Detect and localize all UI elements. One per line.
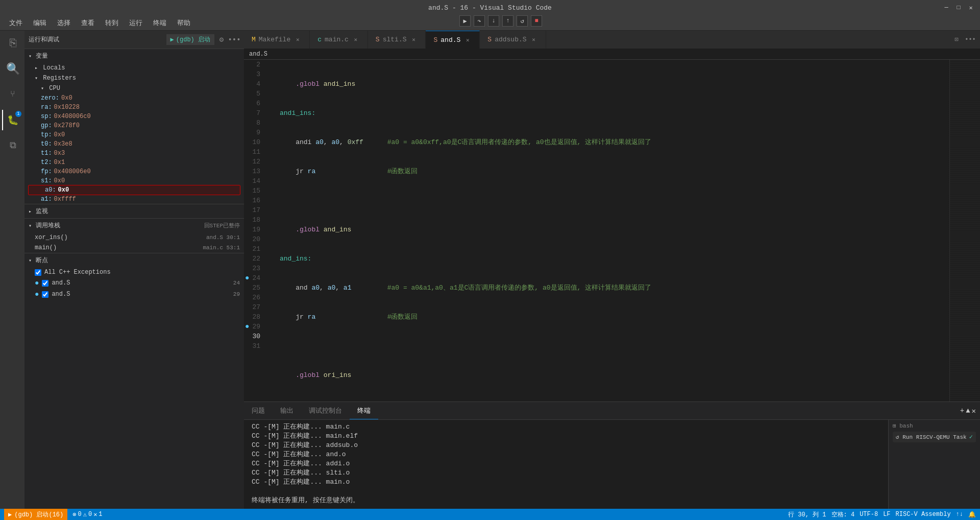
register-s1: s1:0x0: [24, 176, 244, 185]
terminal-right: ⊞ bash ↺ Run RISCV-QEMU Task ✓: [888, 420, 980, 509]
bp-and-s-24-checkbox[interactable]: [42, 280, 48, 287]
panel-tab-problems[interactable]: 问题: [244, 402, 273, 419]
maximize-button[interactable]: □: [954, 4, 963, 12]
panel-tabs: 问题 输出 调试控制台 终端 + ▲ ✕: [244, 402, 980, 420]
tab-makefile[interactable]: M Makefile ✕: [244, 31, 310, 49]
status-errors[interactable]: ⊗ 0 ⚠ 0 ✕ 1: [72, 511, 102, 518]
panel-add-button[interactable]: +: [960, 407, 964, 415]
ln-14: 14: [244, 176, 264, 186]
terminal-area[interactable]: CC -[M] 正在构建... main.c CC -[M] 正在构建... m…: [244, 420, 888, 509]
callstack-section-header[interactable]: ▾ 调用堆栈 回STEP已整停: [24, 218, 244, 232]
more-tabs-button[interactable]: •••: [965, 34, 976, 45]
ln-30: 30: [244, 332, 264, 341]
status-line-col[interactable]: 行 30, 列 1: [788, 510, 826, 519]
close-button[interactable]: ✕: [967, 4, 975, 12]
menu-file[interactable]: 文件: [5, 17, 27, 29]
code-line-11: [270, 341, 949, 351]
code-content: 2 3 4 5 6 7 8 9 10 11 12 13 14 15: [244, 60, 949, 401]
tab-and-s[interactable]: S and.S ✕: [426, 31, 480, 49]
terminal-line-3: CC -[M] 正在构建... addsub.o: [252, 441, 880, 450]
callstack-xor-ins[interactable]: xor_ins() and.S 30:1: [24, 232, 244, 243]
split-editor-button[interactable]: ⊡: [951, 34, 962, 45]
menu-run[interactable]: 运行: [125, 17, 146, 29]
ln-31: 31: [244, 341, 264, 351]
code-line-4: andi a0, a0, 0xff #a0 = a0&0xff,a0是C语言调用…: [270, 137, 949, 147]
sync-icon: ↑↓: [956, 511, 963, 518]
status-sync[interactable]: ↑↓: [956, 511, 963, 518]
status-notification[interactable]: 🔔: [968, 511, 976, 518]
ln-24: ● 24: [244, 273, 264, 283]
activity-extensions[interactable]: ⧉: [2, 135, 22, 156]
ln-10: 10: [244, 137, 264, 147]
status-language[interactable]: RISC-V Assembly: [896, 511, 951, 518]
breadcrumb-text: and.S: [249, 51, 267, 58]
error-count: 0: [78, 511, 81, 518]
ln-26: 26: [244, 293, 264, 302]
status-spaces[interactable]: 空格: 4: [831, 510, 855, 519]
bash-label[interactable]: ⊞ bash: [893, 422, 976, 429]
tab-main-c[interactable]: c main.c ✕: [310, 31, 368, 49]
panel-maximize-button[interactable]: ▲: [966, 407, 970, 415]
status-debug[interactable]: ▶ (gdb) 启动(16): [4, 509, 67, 520]
warning-count: 0: [88, 511, 92, 518]
debug-more-button[interactable]: •••: [229, 34, 240, 45]
tab-addsub-s[interactable]: S addsub.S ✕: [480, 31, 546, 49]
bp-and-s-24: ● and.S 24: [24, 277, 244, 289]
ln-18: 18: [244, 215, 264, 225]
menu-help[interactable]: 帮助: [173, 17, 194, 29]
code-lines[interactable]: .globl andi_ins andi_ins: andi a0, a0, 0…: [270, 60, 949, 401]
status-eol[interactable]: LF: [883, 511, 890, 518]
variables-section-header[interactable]: ▾ 变量: [24, 49, 244, 63]
panel-tab-terminal[interactable]: 终端: [350, 402, 378, 419]
bp-all-cpp: All C++ Exceptions: [24, 267, 244, 277]
activity-source-control[interactable]: ⑂: [2, 84, 22, 105]
register-a1: a1:0xffff: [24, 195, 244, 204]
menu-terminal[interactable]: 终端: [149, 17, 170, 29]
ln-8: 8: [244, 118, 264, 128]
cpu-subsection[interactable]: ▾ CPU: [24, 83, 244, 93]
tab-and-s-close[interactable]: ✕: [463, 36, 472, 44]
menu-goto[interactable]: 转到: [101, 17, 122, 29]
register-gp: gp:0x278f0: [24, 121, 244, 130]
bp-all-cpp-checkbox[interactable]: [35, 269, 41, 276]
panel-tab-output[interactable]: 输出: [273, 402, 301, 419]
tab-addsub-s-close[interactable]: ✕: [530, 36, 538, 44]
ln-3: 3: [244, 69, 264, 79]
callstack-main[interactable]: main() main.c 53:1: [24, 243, 244, 253]
terminal-line-8: [252, 487, 880, 496]
tab-main-c-close[interactable]: ✕: [352, 36, 360, 44]
code-line-3: andi_ins:: [270, 108, 949, 118]
line-numbers: 2 3 4 5 6 7 8 9 10 11 12 13 14 15: [244, 60, 270, 401]
registers-subsection[interactable]: ▾ Registers: [24, 73, 244, 83]
panel-tab-debug-console[interactable]: 调试控制台: [301, 402, 350, 419]
run-riscv-task[interactable]: ↺ Run RISCV-QEMU Task ✓: [893, 432, 976, 442]
code-line-12: .globl ori_ins: [270, 370, 949, 380]
locals-subsection[interactable]: ▸ Locals: [24, 63, 244, 73]
panel-content: CC -[M] 正在构建... main.c CC -[M] 正在构建... m…: [244, 420, 980, 509]
terminal-line-10: [252, 505, 880, 509]
status-encoding[interactable]: UTF-8: [860, 511, 878, 518]
register-t0: t0:0x3e8: [24, 139, 244, 149]
register-tp: tp:0x0: [24, 130, 244, 139]
panel-close-button[interactable]: ✕: [972, 407, 976, 415]
ln-2: 2: [244, 60, 264, 69]
menu-edit[interactable]: 编辑: [29, 17, 51, 29]
register-a0: a0:0x0: [29, 185, 240, 195]
minimize-button[interactable]: ─: [942, 4, 950, 12]
menu-view[interactable]: 查看: [77, 17, 99, 29]
activity-search[interactable]: 🔍: [2, 59, 22, 79]
watch-section-header[interactable]: ▸ 监视: [24, 204, 244, 218]
activity-explorer[interactable]: ⎘: [2, 33, 22, 54]
tab-slti-s[interactable]: S slti.S ✕: [368, 31, 426, 49]
menu-select[interactable]: 选择: [53, 17, 75, 29]
bp-and-s-29-checkbox[interactable]: [42, 291, 48, 298]
activity-debug[interactable]: 🐛 1: [2, 110, 22, 130]
terminal-line-2: CC -[M] 正在构建... main.elf: [252, 432, 880, 441]
tab-makefile-close[interactable]: ✕: [293, 36, 302, 44]
breakpoints-section-header[interactable]: ▾ 断点: [24, 253, 244, 267]
debug-settings-button[interactable]: ⚙: [216, 34, 227, 45]
ln-13: 13: [244, 167, 264, 176]
code-editor[interactable]: 2 3 4 5 6 7 8 9 10 11 12 13 14 15: [244, 60, 980, 401]
debug-play-button[interactable]: ▶ (gdb) 启动: [166, 34, 214, 45]
tab-slti-s-close[interactable]: ✕: [409, 36, 418, 44]
